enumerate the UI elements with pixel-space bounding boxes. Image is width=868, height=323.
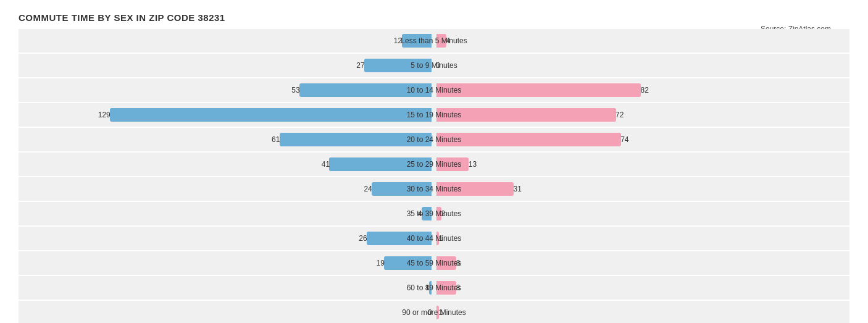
row-wrapper: 411325 to 29 Minutes <box>19 153 849 176</box>
female-value: 31 <box>514 185 522 193</box>
female-bar <box>436 133 621 146</box>
male-value: 129 <box>98 111 111 119</box>
male-bar <box>384 256 432 270</box>
female-bar <box>436 157 469 171</box>
male-bar <box>110 108 432 122</box>
chart-row: 270 <box>19 54 849 77</box>
male-bar <box>280 133 432 146</box>
row-wrapper: 26140 to 44 Minutes <box>19 227 849 250</box>
row-wrapper: 538210 to 14 Minutes <box>19 78 849 102</box>
row-wrapper: 1860 to 89 Minutes <box>19 276 849 300</box>
male-value: 19 <box>377 259 385 267</box>
chart-title: COMMUTE TIME BY SEX IN ZIP CODE 38231 <box>19 12 849 23</box>
row-wrapper: 19845 to 59 Minutes <box>19 251 849 275</box>
row-wrapper: 617420 to 24 Minutes <box>19 128 849 151</box>
female-bar <box>436 182 514 196</box>
male-bar <box>329 157 432 171</box>
female-value: 1 <box>438 308 443 317</box>
female-value: 8 <box>456 259 461 267</box>
male-value: 61 <box>272 135 280 144</box>
female-value: 0 <box>436 61 440 70</box>
male-value: 24 <box>364 185 372 193</box>
row-wrapper: 0190 or more Minutes <box>19 301 849 323</box>
female-value: 1 <box>438 234 443 243</box>
male-bar <box>422 207 432 220</box>
male-bar <box>402 34 432 48</box>
female-bar <box>436 281 456 295</box>
row-wrapper: 124Less than 5 Minutes <box>19 29 849 52</box>
female-bar <box>436 108 616 122</box>
male-bar <box>299 83 432 97</box>
chart-row: 4113 <box>19 153 849 176</box>
female-value: 74 <box>620 135 628 144</box>
chart-row: 18 <box>19 276 849 300</box>
chart-row: 198 <box>19 251 849 275</box>
male-bar <box>364 59 432 72</box>
row-wrapper: 243130 to 34 Minutes <box>19 177 849 201</box>
chart-row: 01 <box>19 301 849 323</box>
chart-row: 261 <box>19 227 849 250</box>
row-wrapper: 2705 to 9 Minutes <box>19 54 849 77</box>
male-bar <box>372 182 432 196</box>
male-value: 26 <box>359 234 367 243</box>
chart-row: 6174 <box>19 128 849 151</box>
male-value: 53 <box>291 86 299 94</box>
male-value: 12 <box>394 36 402 45</box>
female-bar <box>436 256 456 270</box>
chart-row: 2431 <box>19 177 849 201</box>
male-value: 4 <box>418 209 422 218</box>
male-value: 41 <box>322 160 330 169</box>
chart-row: 12972 <box>19 103 849 127</box>
chart-row: 42 <box>19 202 849 225</box>
male-value: 1 <box>425 283 430 292</box>
row-wrapper: 1297215 to 19 Minutes <box>19 103 849 127</box>
male-value: 27 <box>356 61 364 70</box>
female-value: 13 <box>469 160 477 169</box>
female-value: 72 <box>616 111 624 119</box>
row-wrapper: 4235 to 39 Minutes <box>19 202 849 225</box>
chart-row: 5382 <box>19 78 849 102</box>
female-value: 4 <box>446 36 451 45</box>
female-value: 82 <box>640 86 648 94</box>
female-bar <box>436 34 446 48</box>
female-value: 2 <box>441 209 445 218</box>
female-bar <box>436 83 641 97</box>
chart-area: 124Less than 5 Minutes2705 to 9 Minutes5… <box>19 29 849 323</box>
female-value: 8 <box>456 283 461 292</box>
male-bar <box>367 232 432 245</box>
male-value: 0 <box>428 308 432 317</box>
chart-row: 124 <box>19 29 849 52</box>
